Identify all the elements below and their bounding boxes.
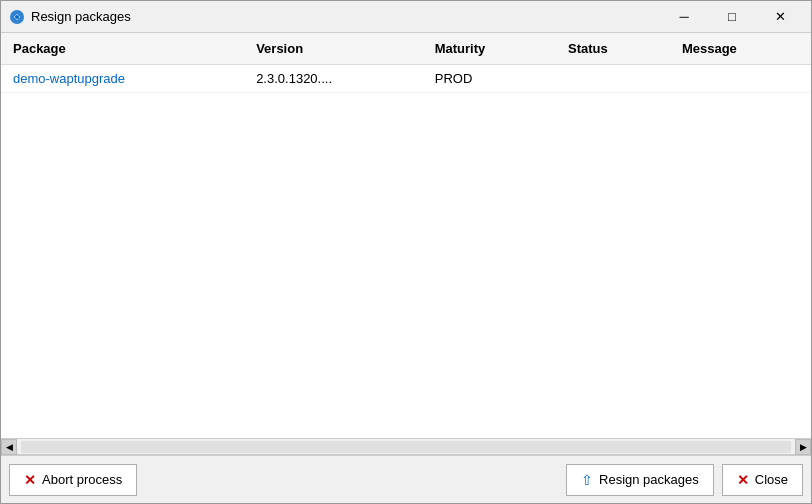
horizontal-scrollbar[interactable]: ◀ ▶	[1, 439, 811, 455]
close-window-icon: ✕	[775, 9, 786, 24]
window-icon	[9, 9, 25, 25]
cell-maturity: PROD	[423, 65, 556, 93]
column-header-version: Version	[244, 33, 423, 65]
table-row[interactable]: demo-waptupgrade2.3.0.1320....PROD	[1, 65, 811, 93]
cell-package: demo-waptupgrade	[1, 65, 244, 93]
column-header-package: Package	[1, 33, 244, 65]
packages-table: Package Version Maturity Status Message …	[1, 33, 811, 93]
title-bar: Resign packages ─ □ ✕	[1, 1, 811, 33]
minimize-icon: ─	[679, 9, 688, 24]
column-header-message: Message	[670, 33, 811, 65]
column-header-status: Status	[556, 33, 670, 65]
scroll-left-button[interactable]: ◀	[1, 439, 17, 455]
resign-icon: ⇧	[581, 472, 593, 488]
footer: ✕ Abort process ⇧ Resign packages ✕ Clos…	[1, 455, 811, 503]
window-title: Resign packages	[31, 9, 661, 24]
close-button[interactable]: ✕ Close	[722, 464, 803, 496]
main-window: Resign packages ─ □ ✕ Package Version Ma…	[0, 0, 812, 504]
close-icon: ✕	[737, 472, 749, 488]
cell-status	[556, 65, 670, 93]
abort-icon: ✕	[24, 472, 36, 488]
resign-packages-label: Resign packages	[599, 472, 699, 487]
window-controls: ─ □ ✕	[661, 3, 803, 31]
abort-process-button[interactable]: ✕ Abort process	[9, 464, 137, 496]
table-header-row: Package Version Maturity Status Message	[1, 33, 811, 65]
maximize-icon: □	[728, 9, 736, 24]
close-label: Close	[755, 472, 788, 487]
abort-process-label: Abort process	[42, 472, 122, 487]
maximize-button[interactable]: □	[709, 3, 755, 31]
cell-version: 2.3.0.1320....	[244, 65, 423, 93]
column-header-maturity: Maturity	[423, 33, 556, 65]
svg-point-1	[15, 15, 19, 19]
cell-message	[670, 65, 811, 93]
resign-packages-button[interactable]: ⇧ Resign packages	[566, 464, 714, 496]
scroll-right-button[interactable]: ▶	[795, 439, 811, 455]
minimize-button[interactable]: ─	[661, 3, 707, 31]
table-container[interactable]: Package Version Maturity Status Message …	[1, 33, 811, 439]
close-window-button[interactable]: ✕	[757, 3, 803, 31]
content-area: Package Version Maturity Status Message …	[1, 33, 811, 455]
scroll-track[interactable]	[21, 441, 791, 453]
